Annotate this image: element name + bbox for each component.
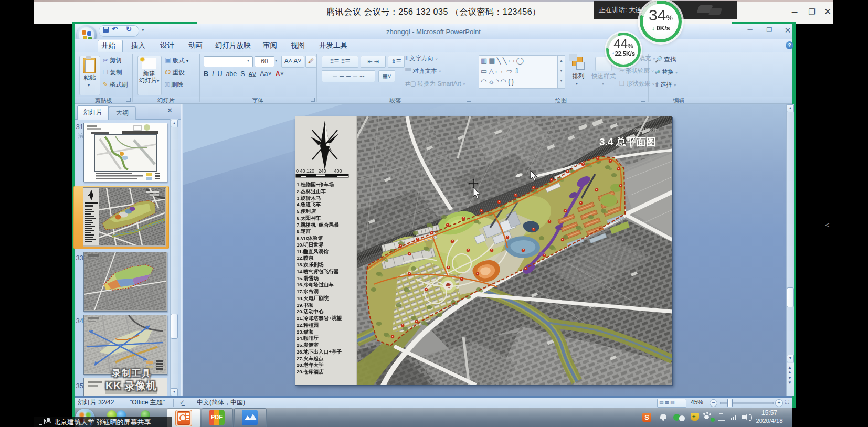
svg-text:29.仓库酒店: 29.仓库酒店	[297, 369, 324, 375]
svg-text:0 40 120 240 400: 0 40 120 240 400	[296, 168, 342, 174]
svg-text:8.迷宫: 8.迷宫	[297, 228, 311, 234]
svg-text:22.种植园: 22.种植园	[297, 322, 319, 328]
svg-text:12.喷泉: 12.喷泉	[297, 255, 314, 261]
svg-text:9.VR体验馆: 9.VR体验馆	[297, 235, 323, 241]
svg-text:20.活动中心: 20.活动中心	[297, 308, 324, 314]
svg-text:14.喷气背包飞行器: 14.喷气背包飞行器	[297, 269, 339, 274]
svg-text:17.水帘洞: 17.水帘洞	[297, 289, 319, 294]
svg-text:4.急速飞车: 4.急速飞车	[297, 201, 321, 207]
svg-text:3.4 总平面图: 3.4 总平面图	[599, 136, 656, 147]
svg-text:23.猫咖: 23.猫咖	[297, 329, 314, 335]
svg-text:26.地下出入口+亭子: 26.地下出入口+亭子	[297, 349, 342, 355]
svg-text:25.发泄室: 25.发泄室	[297, 342, 319, 348]
svg-text:7.跳楼机+组合风暴: 7.跳楼机+组合风暴	[297, 222, 339, 228]
svg-text:19.书咖: 19.书咖	[297, 302, 314, 308]
svg-text:15.滑雪场: 15.滑雪场	[297, 275, 319, 281]
svg-text:13.欢乐剧场: 13.欢乐剧场	[297, 262, 324, 268]
svg-text:11.垂直风洞馆: 11.垂直风洞馆	[297, 249, 329, 254]
svg-text:3.旋转木马: 3.旋转木马	[297, 195, 321, 201]
svg-text:1.植物园+停车场: 1.植物园+停车场	[297, 182, 334, 187]
svg-text:28.老年大学: 28.老年大学	[297, 362, 324, 368]
svg-text:6.太阳神车: 6.太阳神车	[297, 215, 321, 221]
svg-text:10.明日世界: 10.明日世界	[297, 242, 324, 248]
svg-text:5.便利店: 5.便利店	[297, 208, 316, 214]
svg-text:2.丛林过山车: 2.丛林过山车	[297, 188, 326, 194]
svg-text:18.火电厂剧院: 18.火电厂剧院	[297, 295, 329, 301]
svg-text:①城市空间规划设计: ①城市空间规划设计	[621, 127, 657, 132]
svg-text:16.冷却塔过山车: 16.冷却塔过山车	[297, 282, 334, 287]
svg-text:21.冷却塔攀岩+眺望: 21.冷却塔攀岩+眺望	[297, 315, 342, 321]
svg-text:27.火车起点: 27.火车起点	[297, 356, 324, 361]
svg-text:24.咖啡厅: 24.咖啡厅	[297, 335, 319, 341]
